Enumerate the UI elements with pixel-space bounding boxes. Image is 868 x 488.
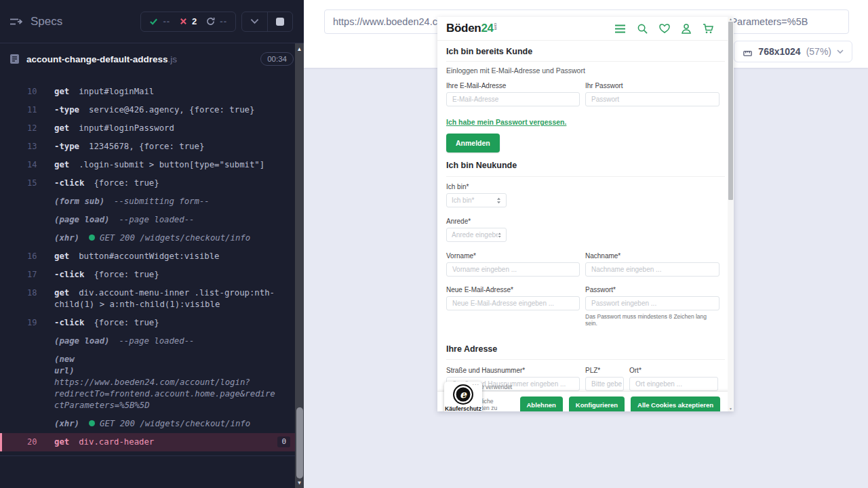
command-method: (xhr) xyxy=(54,232,79,244)
spec-name: account-change-default-address.js xyxy=(26,54,260,64)
login-email-input[interactable] xyxy=(446,92,580,106)
command-row[interactable]: (xhr)GET 200 /widgets/checkout/info xyxy=(0,415,304,433)
command-method: -click xyxy=(54,178,84,189)
scroll-up-icon[interactable]: ▲ xyxy=(295,45,304,53)
login-submit-button[interactable]: Anmelden xyxy=(446,134,500,152)
command-method: get xyxy=(54,159,69,171)
command-row[interactable]: 11-typeservice@426.agency, {force: true} xyxy=(0,101,304,119)
xhr-status-dot xyxy=(89,420,95,426)
command-message: --submitting form-- xyxy=(114,197,210,206)
command-row[interactable]: 17-click{force: true} xyxy=(0,266,304,284)
command-method: get xyxy=(54,123,69,134)
wishlist-heart-icon[interactable] xyxy=(659,24,670,33)
command-row[interactable]: 19-click{force: true} xyxy=(0,314,304,332)
command-method: (xhr) xyxy=(54,418,79,430)
select-arrows-icon xyxy=(498,232,501,239)
x-icon xyxy=(180,18,187,25)
menu-icon[interactable] xyxy=(614,24,626,33)
refresh-icon xyxy=(206,17,215,26)
scroll-down-icon[interactable]: ▼ xyxy=(295,479,304,487)
password-hint: Das Passwort muss mindestens 8 Zeichen l… xyxy=(585,313,719,327)
ort-input[interactable] xyxy=(629,377,718,391)
anrede-select[interactable]: Anrede eingeben ... xyxy=(446,228,507,242)
command-line-number: 16 xyxy=(27,251,45,262)
trustbadge-label: Käuferschutz xyxy=(444,405,482,411)
ruler-icon xyxy=(743,47,753,57)
command-row[interactable]: 12getinput#loginPassword xyxy=(0,119,304,138)
new-email-input[interactable] xyxy=(446,296,580,310)
command-line-number: 10 xyxy=(27,86,45,98)
command-row[interactable]: (xhr)GET 200 /widgets/checkout/info xyxy=(0,229,304,247)
reporter-scrollbar[interactable]: ▲ ▼ xyxy=(295,43,304,488)
login-password-input[interactable] xyxy=(585,92,719,106)
reporter-header: Specs -- 2 -- xyxy=(0,0,304,43)
command-message: div.account-menu-inner .list-group:nth-c… xyxy=(54,288,275,309)
command-row[interactable]: (page load)--page loaded-- xyxy=(0,332,304,350)
shop-logo[interactable]: Böden 24 com xyxy=(446,22,614,35)
ort-label: Ort* xyxy=(629,367,718,374)
command-line-number: 19 xyxy=(27,317,45,329)
ichbin-select[interactable]: Ich bin* xyxy=(446,193,507,207)
command-message: .login-submit > button[type="submit"] xyxy=(79,160,264,169)
command-row[interactable]: 15-click{force: true} xyxy=(0,174,304,192)
vorname-input[interactable] xyxy=(446,262,580,277)
command-row[interactable]: (page load)--page loaded-- xyxy=(0,211,304,229)
new-password-label: Passwort* xyxy=(585,286,719,293)
run-controls xyxy=(241,12,293,32)
cookie-accept-all-button[interactable]: Alle Cookies akzeptieren xyxy=(631,396,720,412)
command-message: GET 200 /widgets/checkout/info xyxy=(100,419,250,428)
command-method: -type xyxy=(54,141,79,152)
command-row[interactable]: 16getbutton#accountWidget:visible xyxy=(0,247,304,266)
cart-icon[interactable] xyxy=(703,24,713,34)
command-method: (form sub) xyxy=(54,196,104,207)
command-line-number: 12 xyxy=(27,123,45,134)
command-row[interactable]: 18getdiv.account-menu-inner .list-group:… xyxy=(0,284,304,314)
forgot-password-link[interactable]: Ich habe mein Passwort vergessen. xyxy=(446,118,566,126)
cookie-configure-button[interactable]: Konfigurieren xyxy=(569,396,625,412)
search-icon[interactable] xyxy=(637,24,648,34)
command-message: https://www.boeden24.com/account/login?r… xyxy=(54,378,275,410)
new-email-label: Neue E-Mail-Adresse* xyxy=(446,286,580,293)
command-line-number: 11 xyxy=(27,104,45,116)
address-heading: Ihre Adresse xyxy=(446,344,725,354)
command-row[interactable]: 13-type12345678, {force: true} xyxy=(0,138,304,156)
account-icon[interactable] xyxy=(682,24,691,34)
command-message: --page loaded-- xyxy=(119,215,194,224)
command-line-number: 17 xyxy=(27,269,45,281)
stop-button[interactable] xyxy=(267,12,292,31)
command-row[interactable]: (form sub)--submitting form-- xyxy=(0,192,304,211)
new-password-input[interactable] xyxy=(585,296,719,310)
plz-input[interactable] xyxy=(585,377,624,391)
cookie-decline-button[interactable]: Ablehnen xyxy=(520,396,563,412)
command-message: input#loginPassword xyxy=(79,123,174,133)
command-row[interactable]: 10getinput#loginMail xyxy=(0,83,304,101)
scroll-up-icon[interactable]: ▲ xyxy=(728,17,734,22)
command-message: button#accountWidget:visible xyxy=(79,251,219,261)
collapse-all-button[interactable] xyxy=(242,12,267,31)
command-message: div.card-header xyxy=(79,437,154,447)
command-row[interactable]: 14get.login-submit > button[type="submit… xyxy=(0,156,304,174)
command-row[interactable]: 20getdiv.card-header0 xyxy=(0,433,304,451)
trusted-shops-badge[interactable]: ... e Käuferschutz xyxy=(444,382,482,411)
scroll-down-icon[interactable]: ▼ xyxy=(728,407,734,411)
stat-passed: -- xyxy=(149,16,170,26)
ichbin-label: Ich bin* xyxy=(446,183,725,190)
command-row[interactable]: (new url)https://www.boeden24.com/accoun… xyxy=(0,350,304,415)
nachname-input[interactable] xyxy=(585,262,719,277)
command-method: (page load) xyxy=(54,214,109,226)
specs-title: Specs xyxy=(31,15,140,28)
nachname-label: Nachname* xyxy=(585,252,719,260)
vorname-label: Vorname* xyxy=(446,252,580,260)
specs-list-toggle-icon[interactable] xyxy=(9,16,22,27)
spec-row[interactable]: account-change-default-address.js 00:34 xyxy=(0,43,304,75)
command-message: GET 200 /widgets/checkout/info xyxy=(100,233,250,243)
trustbadge-menu-dots[interactable]: ... xyxy=(472,380,479,386)
scrollbar-thumb[interactable] xyxy=(728,22,733,200)
scrollbar-thumb[interactable] xyxy=(296,407,303,479)
viewport-info[interactable]: 768x1024 (57%) xyxy=(734,41,852,62)
command-line-number: 18 xyxy=(27,287,45,299)
app-scrollbar[interactable]: ▲ ▼ xyxy=(728,17,734,411)
command-method: get xyxy=(54,287,69,299)
stat-failed: 2 xyxy=(180,16,197,26)
command-message: service@426.agency, {force: true} xyxy=(89,105,254,115)
